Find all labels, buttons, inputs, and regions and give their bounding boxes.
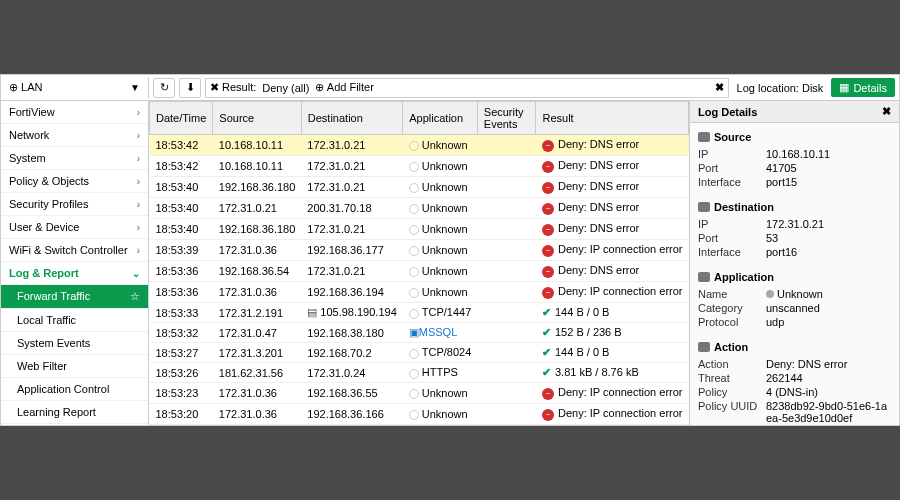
table-row[interactable]: 18:53:40172.31.0.21200.31.70.18Unknown−D… (150, 198, 689, 219)
column-header[interactable]: Date/Time (150, 102, 213, 135)
nav-subitem[interactable]: Application Control (1, 378, 148, 401)
detail-key: Threat (698, 372, 766, 384)
detail-key: Interface (698, 246, 766, 258)
app-icon (409, 369, 419, 379)
detail-key: IP (698, 218, 766, 230)
caret-down-icon: ▼ (130, 82, 140, 93)
nav-item[interactable]: Security Profiles› (1, 193, 148, 216)
deny-icon: − (542, 161, 554, 173)
details-button[interactable]: Details (831, 78, 895, 97)
table-row[interactable]: 18:53:4210.168.10.11172.31.0.21Unknown−D… (150, 135, 689, 156)
check-icon: ✔ (542, 326, 551, 338)
detail-row: Port53 (698, 231, 891, 245)
app-icon (409, 204, 419, 214)
log-table-wrap[interactable]: Date/TimeSourceDestinationApplicationSec… (149, 101, 689, 425)
download-button[interactable]: ⬇ (179, 78, 201, 98)
detail-row: Policy4 (DNS-in) (698, 385, 891, 399)
table-row[interactable]: 18:53:33172.31.2.191▤105.98.190.194TCP/1… (150, 303, 689, 323)
nav-label: Local Traffic (17, 314, 76, 326)
detail-row: Interfaceport15 (698, 175, 891, 189)
detail-key: Category (698, 302, 766, 314)
detail-value: Deny: DNS error (766, 358, 891, 370)
nav-item[interactable]: User & Device› (1, 216, 148, 239)
table-row[interactable]: 18:53:4210.168.10.11172.31.0.21Unknown−D… (150, 156, 689, 177)
deny-icon: − (542, 388, 554, 400)
nav-item[interactable]: Network› (1, 124, 148, 147)
app-icon (409, 389, 419, 399)
app-icon (409, 267, 419, 277)
detail-key: Port (698, 232, 766, 244)
nav-subitem[interactable]: System Events (1, 332, 148, 355)
app-icon (409, 410, 419, 420)
filter-bar[interactable]: ✖ Result: Deny (all) ⊕ Add Filter ✖ (205, 78, 729, 98)
add-filter-button[interactable]: ⊕ Add Filter (315, 81, 374, 94)
column-header[interactable]: Result (536, 102, 689, 135)
nav-item[interactable]: FortiView› (1, 101, 148, 124)
app-icon (409, 225, 419, 235)
nav-subitem[interactable]: Web Filter (1, 355, 148, 378)
deny-icon: − (542, 245, 554, 257)
nav-item[interactable]: System› (1, 147, 148, 170)
nav-label: Application Control (17, 383, 109, 395)
nav-item[interactable]: Policy & Objects› (1, 170, 148, 193)
app-icon (409, 288, 419, 298)
column-header[interactable]: Application (403, 102, 478, 135)
detail-row: Policy UUID8238db92-9bd0-51e6-1aea-5e3d9… (698, 399, 891, 425)
lan-label: LAN (21, 81, 42, 93)
table-row[interactable]: 18:53:26181.62.31.56172.31.0.24HTTPS✔3.8… (150, 363, 689, 383)
nav-label: System (9, 152, 46, 164)
table-row[interactable]: 18:53:40192.168.36.180172.31.0.21Unknown… (150, 177, 689, 198)
top-bar: ⊕ LAN ▼ ↻ ⬇ ✖ Result: Deny (all) ⊕ Add F… (1, 75, 899, 101)
column-header[interactable]: Security Events (477, 102, 536, 135)
detail-key: Port (698, 162, 766, 174)
nav-item[interactable]: WiFi & Switch Controller› (1, 239, 148, 262)
chevron-icon: › (137, 222, 140, 233)
nav-label: Log & Report (9, 267, 79, 279)
detail-row: ActionDeny: DNS error (698, 357, 891, 371)
lan-selector[interactable]: ⊕ LAN ▼ (1, 77, 149, 98)
deny-icon: − (542, 409, 554, 421)
table-row[interactable]: 18:53:36172.31.0.36192.168.36.194Unknown… (150, 282, 689, 303)
nav-label: Forward Traffic (17, 290, 90, 303)
nav-subitem[interactable]: Learning Report (1, 401, 148, 424)
table-row[interactable]: 18:53:32172.31.0.47192.168.38.180▣MSSQL✔… (150, 323, 689, 343)
table-row[interactable]: 18:53:16172.31.2.191▤41.105.127.152TCP/1… (150, 425, 689, 426)
table-row[interactable]: 18:53:20172.31.0.36192.168.36.166Unknown… (150, 404, 689, 425)
log-table: Date/TimeSourceDestinationApplicationSec… (149, 101, 689, 425)
nav-label: Network (9, 129, 49, 141)
document-icon: ▤ (307, 306, 317, 318)
column-header[interactable]: Destination (301, 102, 402, 135)
detail-value: 53 (766, 232, 891, 244)
deny-icon: − (542, 182, 554, 194)
detail-section: SourceIP10.168.10.11Port41705Interfacepo… (690, 123, 899, 193)
deny-icon: − (542, 287, 554, 299)
nav-label: Learning Report (17, 406, 96, 418)
nav-subitem[interactable]: Log Settings (1, 424, 148, 425)
table-row[interactable]: 18:53:36192.168.36.54172.31.0.21Unknown−… (150, 261, 689, 282)
refresh-button[interactable]: ↻ (153, 78, 175, 98)
table-row[interactable]: 18:53:40192.168.36.180172.31.0.21Unknown… (150, 219, 689, 240)
table-row[interactable]: 18:53:27172.31.3.201192.168.70.2TCP/8024… (150, 343, 689, 363)
log-details-title: Log Details (698, 106, 757, 118)
nav-label: Policy & Objects (9, 175, 89, 187)
nav-subitem[interactable]: Forward Traffic☆ (1, 285, 148, 309)
detail-value: 172.31.0.21 (766, 218, 891, 230)
chevron-icon: › (137, 153, 140, 164)
deny-icon: − (542, 266, 554, 278)
nav-label: FortiView (9, 106, 55, 118)
chevron-icon: ⌄ (132, 268, 140, 279)
detail-row: NameUnknown (698, 287, 891, 301)
detail-value: udp (766, 316, 891, 328)
table-row[interactable]: 18:53:23172.31.0.36192.168.36.55Unknown−… (150, 383, 689, 404)
table-row[interactable]: 18:53:39172.31.0.36192.168.36.177Unknown… (150, 240, 689, 261)
detail-section-title: Application (698, 271, 891, 283)
detail-value: Unknown (766, 288, 891, 300)
close-icon[interactable]: ✖ (882, 105, 891, 118)
detail-row: Interfaceport16 (698, 245, 891, 259)
nav-item[interactable]: Log & Report⌄ (1, 262, 148, 285)
detail-row: IP172.31.0.21 (698, 217, 891, 231)
column-header[interactable]: Source (213, 102, 301, 135)
nav-subitem[interactable]: Local Traffic (1, 309, 148, 332)
clear-filter-icon[interactable]: ✖ (715, 81, 724, 94)
app-icon: ▣ (409, 326, 419, 338)
